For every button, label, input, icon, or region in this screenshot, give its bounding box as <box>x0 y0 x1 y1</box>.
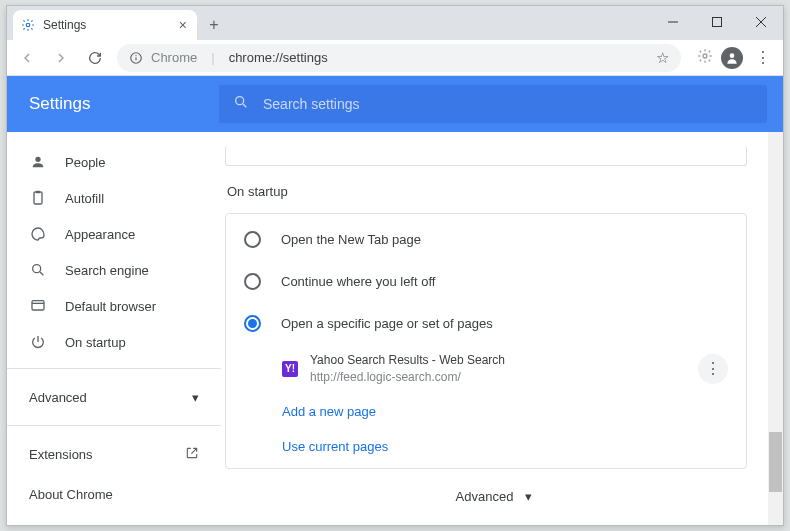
sidebar-label: Search engine <box>65 263 149 278</box>
svg-rect-2 <box>713 18 722 27</box>
extension-gear-icon[interactable] <box>697 48 713 68</box>
option-label: Open a specific page or set of pages <box>281 316 493 331</box>
bookmark-star-icon[interactable]: ☆ <box>656 49 669 67</box>
palette-icon <box>29 226 47 242</box>
svg-line-16 <box>40 272 43 275</box>
sidebar-extensions[interactable]: Extensions <box>7 434 221 474</box>
settings-sidebar: People Autofill Appearance Search engine… <box>7 76 221 525</box>
divider <box>7 425 221 426</box>
sidebar-item-on-startup[interactable]: On startup <box>7 324 221 360</box>
startup-option-continue[interactable]: Continue where you left off <box>226 260 746 302</box>
divider <box>7 368 221 369</box>
sidebar-label: Extensions <box>29 447 93 462</box>
use-current-pages-link[interactable]: Use current pages <box>226 429 746 464</box>
url-separator: | <box>205 50 220 65</box>
sidebar-item-appearance[interactable]: Appearance <box>7 216 221 252</box>
sidebar-label: About Chrome <box>29 487 113 502</box>
site-info-icon[interactable] <box>129 51 143 65</box>
settings-search[interactable] <box>219 85 767 123</box>
chevron-down-icon: ▾ <box>192 390 199 405</box>
sidebar-item-people[interactable]: People <box>7 144 221 180</box>
sidebar-advanced[interactable]: Advanced ▾ <box>7 377 221 417</box>
search-icon <box>233 94 249 114</box>
sidebar-label: Advanced <box>29 390 87 405</box>
previous-card-edge <box>225 146 747 166</box>
svg-point-0 <box>26 23 30 27</box>
sidebar-label: On startup <box>65 335 126 350</box>
clipboard-icon <box>29 190 47 206</box>
titlebar: Settings × + <box>7 6 783 40</box>
new-tab-button[interactable]: + <box>201 12 227 38</box>
tab-title: Settings <box>43 18 177 32</box>
svg-point-8 <box>703 54 707 58</box>
startup-option-newtab[interactable]: Open the New Tab page <box>226 218 746 260</box>
radio-icon <box>244 231 261 248</box>
startup-card: Open the New Tab page Continue where you… <box>225 213 747 469</box>
section-title: On startup <box>227 184 763 199</box>
url-text: chrome://settings <box>229 50 328 65</box>
add-new-page-link[interactable]: Add a new page <box>226 394 746 429</box>
radio-icon <box>244 315 261 332</box>
sidebar-about-chrome[interactable]: About Chrome <box>7 474 221 514</box>
url-prefix: Chrome <box>151 50 197 65</box>
forward-button[interactable] <box>49 46 73 70</box>
yahoo-favicon: Y! <box>282 361 298 377</box>
external-link-icon <box>185 446 199 463</box>
close-button[interactable] <box>739 6 783 38</box>
search-input[interactable] <box>263 96 753 112</box>
sidebar-item-search-engine[interactable]: Search engine <box>7 252 221 288</box>
settings-header: Settings <box>7 76 783 132</box>
reload-button[interactable] <box>83 46 107 70</box>
startup-page-title: Yahoo Search Results - Web Search <box>310 352 686 369</box>
back-button[interactable] <box>15 46 39 70</box>
browser-menu-icon[interactable]: ⋮ <box>751 48 775 67</box>
advanced-toggle[interactable]: Advanced ▾ <box>225 469 763 524</box>
sidebar-label: Autofill <box>65 191 104 206</box>
scrollbar-thumb[interactable] <box>769 432 782 492</box>
search-icon <box>29 262 47 278</box>
page-menu-button[interactable]: ⋮ <box>698 354 728 384</box>
sidebar-label: People <box>65 155 105 170</box>
svg-point-12 <box>35 157 40 162</box>
svg-point-15 <box>33 265 41 273</box>
option-label: Continue where you left off <box>281 274 435 289</box>
radio-icon <box>244 273 261 290</box>
advanced-label: Advanced <box>456 489 514 504</box>
browser-tab[interactable]: Settings × <box>13 10 197 40</box>
sidebar-label: Appearance <box>65 227 135 242</box>
sidebar-item-default-browser[interactable]: Default browser <box>7 288 221 324</box>
omnibox[interactable]: Chrome | chrome://settings ☆ <box>117 44 681 72</box>
tab-close-icon[interactable]: × <box>177 17 189 33</box>
svg-point-10 <box>236 97 244 105</box>
header-title: Settings <box>29 94 219 114</box>
option-label: Open the New Tab page <box>281 232 421 247</box>
maximize-button[interactable] <box>695 6 739 38</box>
minimize-button[interactable] <box>651 6 695 38</box>
svg-point-6 <box>135 55 136 56</box>
gear-icon <box>21 18 35 32</box>
svg-rect-13 <box>34 192 42 204</box>
startup-page-entry: Y! Yahoo Search Results - Web Search htt… <box>226 344 746 394</box>
sidebar-label: Default browser <box>65 299 156 314</box>
svg-rect-14 <box>36 191 40 194</box>
svg-line-11 <box>243 104 246 107</box>
scrollbar[interactable] <box>768 132 783 525</box>
svg-rect-17 <box>32 301 44 310</box>
svg-point-9 <box>730 53 735 58</box>
address-bar: Chrome | chrome://settings ☆ ⋮ <box>7 40 783 76</box>
profile-avatar[interactable] <box>721 47 743 69</box>
browser-icon <box>29 298 47 314</box>
settings-main: On startup Open the New Tab page Continu… <box>221 76 783 525</box>
startup-page-url: http://feed.logic-search.com/ <box>310 369 686 386</box>
startup-option-specific[interactable]: Open a specific page or set of pages <box>226 302 746 344</box>
person-icon <box>29 154 47 170</box>
sidebar-item-autofill[interactable]: Autofill <box>7 180 221 216</box>
power-icon <box>29 334 47 350</box>
chevron-down-icon: ▾ <box>525 489 532 504</box>
